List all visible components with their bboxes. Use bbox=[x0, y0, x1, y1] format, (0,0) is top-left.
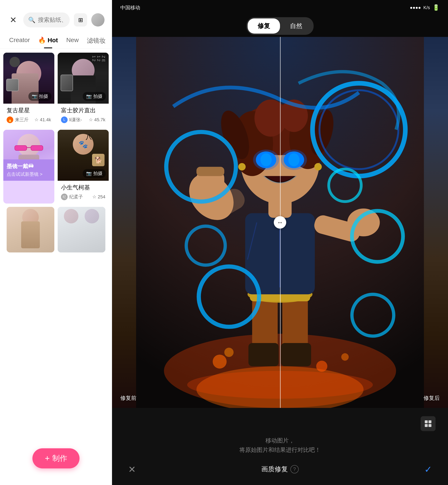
partial-cards: 🐱 bbox=[3, 207, 109, 252]
card-1-author: 🔥 来三斤 bbox=[7, 117, 29, 123]
bottom-panel: 移动图片， 将原始图片和结果进行对比吧！ ✕ 画质修复 ? ✓ bbox=[112, 408, 448, 485]
action-title: 画质修复 ? bbox=[261, 465, 299, 474]
face-thumb-2 bbox=[61, 75, 73, 91]
grid-icon-button[interactable] bbox=[421, 416, 436, 431]
label-after: 修复后 bbox=[424, 394, 440, 402]
card-2-stars: ☆ 45.7k bbox=[89, 117, 105, 123]
close-button[interactable]: ✕ bbox=[8, 14, 19, 26]
camera-badge-4: 📷 拍摄 bbox=[83, 169, 106, 178]
tab-ins[interactable]: ins特效 bbox=[110, 32, 112, 48]
mode-toggle: 修复 自然 bbox=[112, 13, 448, 37]
signal-icon: ●●●● bbox=[410, 5, 421, 10]
avatar bbox=[91, 13, 104, 27]
svg-point-9 bbox=[341, 353, 349, 361]
fab-plus-icon: + bbox=[45, 454, 49, 463]
card-3-glasses[interactable]: 墨镜一戴🕶 点击试试新墨镜 > bbox=[3, 130, 54, 203]
bottom-actions: ✕ 画质修复 ? ✓ bbox=[120, 462, 440, 477]
left-panel: ✕ 🔍 ⊞ Creator 🔥 Hot New 滤镜妆 in bbox=[0, 0, 112, 485]
search-input[interactable] bbox=[38, 16, 65, 23]
grid-view-icon bbox=[424, 420, 432, 427]
svg-rect-22 bbox=[196, 167, 224, 176]
face-thumb-1 bbox=[6, 79, 19, 91]
card-1-meta: 🔥 来三斤 ☆ 41.4k bbox=[7, 117, 51, 123]
camera-icon-4: 📷 bbox=[86, 171, 92, 176]
svg-rect-53 bbox=[425, 424, 428, 427]
card-4-image: 🐾 八 🐕 📷 拍摄 bbox=[58, 130, 109, 181]
confirm-button[interactable]: ✓ bbox=[421, 462, 436, 477]
card-2-info: 富士胶片直出 L li潇张- ☆ 45.7k bbox=[58, 104, 109, 126]
right-panel: 中国移动 ●●●● K/s 🔋 修复 自然 bbox=[112, 0, 448, 485]
search-icon: 🔍 bbox=[28, 16, 35, 23]
card-4-stars: ☆ 254 bbox=[92, 194, 105, 200]
star-icon-1: ☆ bbox=[34, 117, 39, 123]
header-icons: ⊞ bbox=[74, 13, 104, 27]
avatar-button[interactable] bbox=[91, 13, 104, 27]
divider-handle[interactable]: ↔ bbox=[274, 216, 286, 229]
camera-icon-1: 📷 bbox=[32, 94, 37, 99]
svg-rect-12 bbox=[248, 343, 279, 366]
svg-rect-0 bbox=[15, 146, 27, 150]
header: ✕ 🔍 ⊞ bbox=[0, 0, 112, 32]
svg-rect-13 bbox=[281, 343, 311, 366]
card-4-meta: 纪 纪柔子 ☆ 254 bbox=[61, 194, 105, 200]
card-4-author: 纪 纪柔子 bbox=[61, 194, 83, 200]
star-icon-4: ☆ bbox=[92, 194, 96, 200]
tab-hot[interactable]: 🔥 Hot bbox=[34, 32, 62, 48]
svg-rect-54 bbox=[429, 424, 432, 427]
author-avatar-2: L bbox=[61, 117, 68, 123]
qr-icon: ⊞ bbox=[78, 16, 83, 23]
fab-container: + 制作 bbox=[0, 444, 112, 485]
glasses-overlay: 墨镜一戴🕶 点击试试新墨镜 > bbox=[3, 159, 54, 181]
carrier-label: 中国移动 bbox=[120, 4, 140, 11]
tabs-bar: Creator 🔥 Hot New 滤镜妆 ins特效 bbox=[0, 32, 112, 48]
partial-card-5[interactable] bbox=[7, 207, 54, 252]
card-4[interactable]: 🐾 八 🐕 📷 拍摄 小生气柯基 bbox=[58, 130, 109, 203]
battery-icon: 🔋 bbox=[432, 4, 440, 11]
card-3-image: 墨镜一戴🕶 点击试试新墨镜 > bbox=[3, 130, 54, 181]
card-2-title: 富士胶片直出 bbox=[61, 107, 105, 114]
comparison-area[interactable]: ↔ 修复前 修复后 bbox=[112, 37, 448, 408]
svg-point-38 bbox=[253, 150, 279, 170]
effects-grid-container[interactable]: 📷 拍摄 复古星星 🔥 来三斤 ☆ bbox=[0, 48, 112, 444]
glasses-subtitle[interactable]: 点击试试新墨镜 > bbox=[7, 171, 51, 177]
arrows-icon: ↔ bbox=[277, 219, 283, 226]
toggle-natural[interactable]: 自然 bbox=[280, 18, 312, 34]
create-fab[interactable]: + 制作 bbox=[32, 448, 80, 469]
card-2-meta: L li潇张- ☆ 45.7k bbox=[61, 117, 105, 123]
tab-creator[interactable]: Creator bbox=[5, 32, 34, 48]
hint-text: 移动图片， 将原始图片和结果进行对比吧！ bbox=[239, 436, 321, 455]
dog-ear: 🐾 bbox=[79, 140, 88, 149]
status-right: ●●●● K/s 🔋 bbox=[410, 4, 440, 11]
card-4-title: 小生气柯基 bbox=[61, 184, 105, 192]
status-bar: 中国移动 ●●●● K/s 🔋 bbox=[112, 0, 448, 13]
camera-badge-1: 📷 拍摄 bbox=[28, 92, 51, 101]
svg-point-40 bbox=[238, 163, 246, 171]
help-button[interactable]: ? bbox=[290, 465, 299, 473]
qr-button[interactable]: ⊞ bbox=[74, 13, 87, 27]
card-1[interactable]: 📷 拍摄 复古星星 🔥 来三斤 ☆ bbox=[3, 53, 54, 126]
tab-filter[interactable]: 滤镜妆 bbox=[83, 32, 110, 48]
partial-card-6[interactable]: 🐱 bbox=[58, 207, 105, 252]
author-avatar-4: 纪 bbox=[61, 194, 68, 200]
card-4-info: 小生气柯基 纪 纪柔子 ☆ 254 bbox=[58, 181, 109, 203]
comparison-image: ↔ 修复前 修复后 bbox=[112, 37, 448, 408]
camera-badge-2: 📷 拍摄 bbox=[83, 92, 106, 101]
svg-point-41 bbox=[314, 163, 322, 171]
svg-point-6 bbox=[213, 355, 226, 368]
cancel-button[interactable]: ✕ bbox=[124, 462, 139, 477]
tab-new[interactable]: New bbox=[62, 32, 83, 48]
search-bar[interactable]: 🔍 bbox=[23, 12, 70, 27]
speed-label: K/s bbox=[423, 5, 430, 10]
toggle-repair[interactable]: 修复 bbox=[248, 18, 280, 34]
fab-label: 制作 bbox=[52, 453, 67, 463]
svg-rect-51 bbox=[425, 420, 428, 423]
glasses-svg bbox=[14, 144, 43, 152]
card-1-image: 📷 拍摄 bbox=[3, 53, 54, 104]
glasses-title: 墨镜一戴🕶 bbox=[7, 163, 51, 170]
effects-grid: 📷 拍摄 复古星星 🔥 来三斤 ☆ bbox=[3, 53, 109, 203]
label-before: 修复前 bbox=[120, 394, 136, 402]
author-avatar-1: 🔥 bbox=[7, 117, 13, 123]
card-2-author: L li潇张- bbox=[61, 117, 82, 123]
svg-point-39 bbox=[281, 150, 307, 170]
card-2[interactable]: Z E1 21 2 📷 拍摄 富士胶片直出 L bbox=[58, 53, 109, 126]
